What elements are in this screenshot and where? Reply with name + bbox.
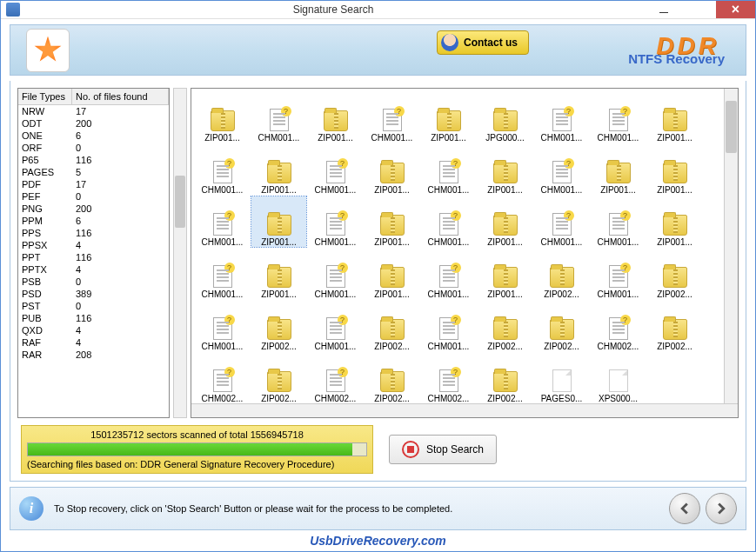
file-item[interactable]: CHM001...	[421, 301, 476, 351]
file-item[interactable]: CHM001...	[591, 92, 646, 143]
zip-icon	[437, 110, 461, 131]
file-item[interactable]: CHM002...	[308, 353, 363, 403]
file-item[interactable]: CHM001...	[308, 301, 363, 351]
file-item[interactable]: CHM001...	[534, 92, 589, 143]
cell-count: 208	[72, 349, 169, 361]
table-row[interactable]: PPTX4	[18, 263, 169, 276]
file-item[interactable]: CHM001...	[421, 196, 476, 247]
file-item[interactable]: CHM001...	[195, 301, 250, 351]
back-button[interactable]	[669, 493, 700, 524]
table-row[interactable]: NRW17	[18, 105, 169, 117]
file-item[interactable]: CHM002...	[195, 353, 250, 403]
file-item[interactable]: CHM001...	[534, 144, 589, 195]
file-item[interactable]: CHM001...	[421, 144, 476, 195]
table-row[interactable]: ODT200	[18, 117, 169, 130]
file-item[interactable]: ZIP002...	[647, 249, 702, 299]
left-scrollbar[interactable]	[173, 88, 187, 418]
file-item[interactable]: CHM001...	[308, 144, 363, 195]
file-item[interactable]: CHM001...	[365, 92, 419, 143]
table-header: File Types No. of files found	[18, 89, 169, 105]
file-item[interactable]: CHM001...	[195, 249, 250, 299]
file-item[interactable]: ZIP001...	[308, 92, 363, 143]
website-link[interactable]: UsbDriveRecovery.com	[1, 530, 755, 551]
file-item[interactable]: ZIP001...	[251, 249, 306, 299]
table-row[interactable]: PPT116	[18, 251, 169, 263]
table-row[interactable]: QXD4	[18, 324, 169, 336]
file-item[interactable]: ZIP001...	[251, 196, 306, 247]
file-item[interactable]: ZIP001...	[478, 144, 532, 195]
file-item[interactable]: CHM001...	[591, 196, 646, 247]
table-row[interactable]: PNG200	[18, 203, 169, 215]
table-row[interactable]: PUB116	[18, 312, 169, 324]
cell-type: ODT	[18, 117, 72, 130]
table-row[interactable]: P65116	[18, 154, 169, 166]
next-button[interactable]	[706, 493, 737, 524]
file-item[interactable]: ZIP002...	[478, 301, 532, 351]
file-item[interactable]: ZIP001...	[647, 196, 702, 247]
file-item[interactable]: ZIP002...	[365, 353, 419, 403]
file-item[interactable]: XPS000...	[591, 353, 646, 403]
minimize-button[interactable]	[646, 1, 681, 18]
contact-us-button[interactable]: Contact us	[437, 30, 529, 55]
file-item[interactable]: CHM001...	[195, 196, 250, 247]
file-item[interactable]: ZIP002...	[478, 353, 532, 403]
file-item[interactable]: ZIP002...	[534, 249, 589, 299]
file-item[interactable]: ZIP002...	[251, 301, 306, 351]
table-row[interactable]: PAGES5	[18, 166, 169, 178]
cell-count: 116	[72, 154, 169, 166]
table-row[interactable]: PST0	[18, 300, 169, 312]
grid-scrollbar-horizontal[interactable]	[191, 403, 738, 417]
table-row[interactable]: PEF0	[18, 190, 169, 203]
table-row[interactable]: RAR208	[18, 349, 169, 361]
file-item[interactable]: JPG000...	[478, 92, 532, 143]
table-row[interactable]: ONE6	[18, 130, 169, 142]
file-item[interactable]: ZIP001...	[421, 92, 476, 143]
close-button[interactable]: ×	[716, 1, 755, 18]
table-row[interactable]: PPS116	[18, 227, 169, 239]
banner: Contact us DDR NTFS Recovery	[10, 24, 746, 76]
file-item[interactable]: ZIP002...	[251, 353, 306, 403]
cell-type: ORF	[18, 142, 72, 154]
file-item[interactable]: CHM001...	[591, 249, 646, 299]
file-item[interactable]: ZIP001...	[478, 196, 532, 247]
file-item[interactable]: ZIP002...	[365, 301, 419, 351]
file-item[interactable]: ZIP001...	[365, 196, 419, 247]
contact-label: Contact us	[464, 37, 518, 49]
table-row[interactable]: PSB0	[18, 276, 169, 288]
table-row[interactable]: ORF0	[18, 142, 169, 154]
file-item[interactable]: ZIP001...	[647, 144, 702, 195]
progress-row: 1501235712 sectors scanned of total 1556…	[17, 425, 739, 474]
stop-search-button[interactable]: Stop Search	[389, 435, 497, 464]
col-file-types[interactable]: File Types	[18, 89, 72, 104]
file-item[interactable]: ZIP001...	[478, 249, 532, 299]
cell-count: 200	[72, 203, 169, 215]
file-item[interactable]: ZIP001...	[365, 144, 419, 195]
file-item[interactable]: ZIP001...	[195, 92, 250, 143]
file-item[interactable]: ZIP001...	[365, 249, 419, 299]
file-label: JPG000...	[485, 133, 524, 143]
file-item[interactable]: CHM001...	[421, 249, 476, 299]
maximize-button[interactable]	[681, 1, 716, 18]
file-item[interactable]: ZIP001...	[591, 144, 646, 195]
file-item[interactable]: CHM001...	[308, 249, 363, 299]
table-row[interactable]: PSD389	[18, 288, 169, 300]
file-item[interactable]: PAGES0...	[534, 353, 589, 403]
cell-count: 17	[72, 105, 169, 117]
file-item[interactable]: ZIP001...	[647, 92, 702, 143]
grid-scrollbar-vertical[interactable]	[724, 89, 738, 403]
file-item[interactable]: ZIP002...	[647, 301, 702, 351]
table-row[interactable]: PPSX4	[18, 239, 169, 251]
file-item[interactable]: CHM002...	[591, 301, 646, 351]
file-item[interactable]: CHM001...	[251, 92, 306, 143]
table-row[interactable]: PPM6	[18, 215, 169, 227]
col-files-found[interactable]: No. of files found	[72, 89, 169, 104]
file-item[interactable]: CHM001...	[308, 196, 363, 247]
table-row[interactable]: PDF17	[18, 178, 169, 190]
file-item[interactable]: CHM001...	[195, 144, 250, 195]
file-item[interactable]: CHM002...	[421, 353, 476, 403]
table-row[interactable]: RAF4	[18, 336, 169, 349]
file-item[interactable]: CHM001...	[534, 196, 589, 247]
file-item[interactable]: ZIP001...	[251, 144, 306, 195]
cell-count: 0	[72, 300, 169, 312]
file-item[interactable]: ZIP002...	[534, 301, 589, 351]
